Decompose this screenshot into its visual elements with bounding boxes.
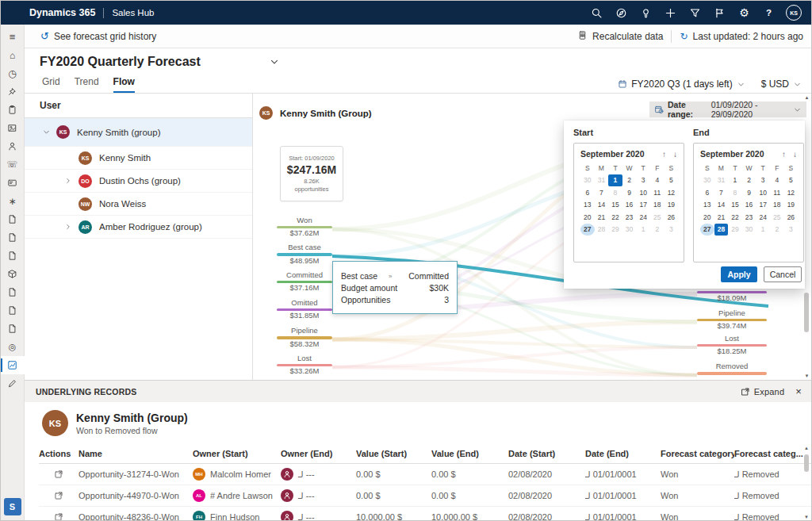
column-header[interactable]: Date (Start) [508,449,585,458]
home-icon[interactable]: ⌂ [1,46,25,64]
calendar-day[interactable]: 20 [700,211,714,224]
calendar-day[interactable]: 14 [714,199,729,212]
table-row[interactable]: Opportunity-48236-0-WonFHFinn Hudsonلـ‎ … [39,507,811,521]
calendar-day[interactable]: 6 [580,186,595,199]
last-updated-status[interactable]: ↻ Last updated: 2 hours ago [680,31,803,42]
scrollbar-thumb[interactable] [804,293,809,332]
calendar-day[interactable]: 30 [580,174,595,187]
search-icon[interactable] [584,1,609,25]
calendar-day[interactable]: 29 [728,224,742,236]
calendar-day[interactable]: 18 [650,199,665,212]
flow-node-omitted[interactable]: Omitted$31.85M [277,299,332,320]
column-header[interactable]: Actions [39,449,79,458]
flow-node-pipeline[interactable]: Pipeline$58.32M [277,327,332,349]
open-record-icon[interactable] [39,491,79,500]
flow-start-card[interactable]: Start: 01/09/2020 $247.16M 8.26Kopportun… [280,146,343,201]
calendar-day[interactable]: 30 [700,174,714,187]
lightbulb-icon[interactable] [634,1,658,25]
period-selector[interactable]: FY2020 Q3 (1 days left) [618,79,745,90]
calendar-day[interactable]: 1 [728,174,742,187]
calendar-day[interactable]: 24 [756,211,770,224]
calendar-day[interactable]: 3 [665,224,679,236]
calendar-day[interactable]: 31 [714,174,729,187]
flag-icon[interactable] [707,1,732,25]
calendar-day[interactable]: 26 [784,211,799,224]
calendar-day[interactable]: 2 [742,174,756,187]
forecast-selector-chevron-icon[interactable] [269,56,280,67]
calendar-day[interactable]: 9 [742,186,756,199]
column-header[interactable]: Name [79,449,193,458]
calendar-day[interactable]: 3 [636,174,650,187]
competitors-icon[interactable]: ∗ [1,192,25,210]
calendar-day[interactable]: 12 [784,186,799,199]
currency-selector[interactable]: $ USD [761,79,802,90]
calendar-day[interactable]: 1 [756,224,770,236]
flow-node-won[interactable]: Won$37.62M [277,216,332,238]
next-month-icon[interactable]: ↓ [793,150,797,159]
calendar-day[interactable]: 2 [622,174,637,187]
chevron-right-icon[interactable] [63,223,74,231]
scroll-up-icon[interactable]: ▲ [802,446,810,450]
open-record-icon[interactable] [39,469,79,479]
calendar-day[interactable]: 23 [742,211,756,224]
quotes-icon[interactable] [1,210,25,228]
table-row[interactable]: Opportunity-44970-0-WonAL# Andre Lawsonل… [39,485,811,507]
prev-month-icon[interactable]: ↑ [782,150,786,159]
recent-icon[interactable]: ◷ [1,64,25,82]
calendar-day[interactable]: 14 [595,199,609,212]
column-header[interactable]: Forecast category... [661,449,734,458]
flow-node-lost[interactable]: Lost$18.25M [697,335,767,356]
forecast-history-button[interactable]: ↺ See forecast grid history [40,30,156,42]
calendar-day[interactable]: 21 [595,211,609,224]
flow-node-best-case[interactable]: Best case$48.95M [277,243,332,266]
sales-literature-icon[interactable] [1,301,25,320]
calendar-day[interactable]: 19 [665,199,679,212]
recalculate-data-button[interactable]: Recalculate data [577,30,663,43]
date-range-dropdown[interactable]: Date range: 01/09/2020 - 29/09/2020 [649,102,806,117]
calendar-day[interactable]: 12 [665,186,679,199]
tree-row-user[interactable]: ARAmber Rodriguez (group) [25,216,252,239]
calendar-day[interactable]: 30 [742,224,756,236]
calendar-day[interactable]: 11 [770,186,784,199]
next-month-icon[interactable]: ↓ [673,150,677,159]
scroll-up-icon[interactable]: ▲ [802,95,811,100]
cancel-button[interactable]: Cancel [764,266,802,282]
tab-trend[interactable]: Trend [75,76,99,93]
calendar-day[interactable]: 18 [770,199,784,212]
calendar-day[interactable]: 4 [650,174,665,187]
calendar-day[interactable]: 6 [700,186,714,199]
calendar-day[interactable]: 4 [770,174,784,187]
settings-icon[interactable]: ⚙ [732,1,756,25]
calendar-day[interactable]: 1 [636,224,650,236]
calendar-day[interactable]: 13 [700,199,714,212]
price-lists-icon[interactable] [1,283,25,301]
contacts-icon[interactable]: ☏ [1,155,25,174]
calendar-day[interactable]: 31 [595,174,609,187]
calendar-day[interactable]: 2 [650,224,665,236]
calendar-day[interactable]: 3 [756,174,770,187]
column-header[interactable]: Date (End) [585,449,661,458]
calendar-day[interactable]: 22 [608,211,622,224]
calendar-day[interactable]: 11 [650,186,665,199]
products-icon[interactable] [1,265,25,283]
flow-node-lost[interactable]: Lost$33.26M [277,354,332,376]
tree-row-user[interactable]: DODustin Ochs (group) [25,170,252,193]
calendar-day[interactable]: 2 [770,224,784,236]
calendar-day[interactable]: 26 [665,211,679,224]
calendar-day[interactable]: 22 [728,211,742,224]
calendar-day[interactable]: 20 [580,211,595,224]
area-switcher-tile[interactable]: S [4,498,21,515]
app-name[interactable]: Sales Hub [112,8,154,17]
column-header[interactable]: Forecast categ... [734,449,806,458]
calendar-day[interactable]: 10 [636,186,650,199]
calendar-day[interactable]: 1 [608,174,622,187]
column-header[interactable]: Owner (Start) [193,449,281,458]
calendar-day[interactable]: 28 [595,224,609,236]
orders-icon[interactable] [1,228,25,247]
calendar-day[interactable]: 25 [650,211,665,224]
prev-month-icon[interactable]: ↑ [662,150,666,159]
calendar-day[interactable]: 19 [784,199,799,212]
calendar-day[interactable]: 8 [728,186,742,199]
calendar-day[interactable]: 27 [700,224,714,236]
records-scrollbar[interactable]: ▲ ▼ [802,445,810,520]
